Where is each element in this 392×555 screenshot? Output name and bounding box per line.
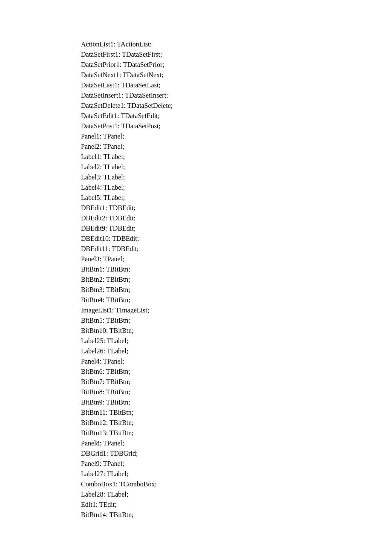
code-line: BitBtn13: TBitBtn; [81, 428, 311, 438]
code-line: BitBtn11: TBitBtn; [81, 408, 311, 418]
code-line: DataSetDelete1: TDataSetDelete; [81, 101, 311, 111]
code-line: BitBtn9: TBitBtn; [81, 397, 311, 408]
code-line: DataSetPost1: TDataSetPost; [81, 121, 311, 131]
code-line: DBEdit11: TDBEdit; [81, 244, 311, 254]
code-line: DataSetPrior1: TDataSetPrior; [81, 60, 311, 70]
code-line: Label2: TLabel; [81, 162, 311, 172]
code-line: Panel8: TPanel; [81, 438, 311, 448]
code-line: Label26: TLabel; [81, 346, 311, 356]
code-line: BitBtn1: TBitBtn; [81, 264, 311, 275]
code-line: Panel3: TPanel; [81, 254, 311, 264]
code-line: BitBtn12: TBitBtn; [81, 418, 311, 428]
code-line: Label1: TLabel; [81, 152, 311, 162]
code-line: BitBtn5: TBitBtn; [81, 315, 311, 326]
code-line: Label3: TLabel; [81, 172, 311, 182]
code-line: Label4: TLabel; [81, 182, 311, 193]
code-line: BitBtn8: TBitBtn; [81, 387, 311, 397]
code-line: DataSetEdit1: TDataSetEdit; [81, 111, 311, 121]
code-line: BitBtn14: TBitBtn; [81, 510, 311, 520]
code-line: DataSetFirst1: TDataSetFirst; [81, 49, 311, 60]
code-line: DBEdit2: TDBEdit; [81, 213, 311, 223]
code-line: Label25: TLabel; [81, 336, 311, 346]
code-line: DBEdit10: TDBEdit; [81, 234, 311, 244]
code-line: Edit1: TEdit; [81, 500, 311, 510]
code-line: BitBtn2: TBitBtn; [81, 275, 311, 285]
code-line: Panel2: TPanel; [81, 142, 311, 152]
code-line: BitBtn7: TBitBtn; [81, 377, 311, 387]
code-line: ActionList1: TActionList; [81, 39, 311, 49]
code-block: ActionList1: TActionList;DataSetFirst1: … [81, 39, 311, 520]
code-line: DataSetNext1: TDataSetNext; [81, 70, 311, 80]
code-line: DBGrid1: TDBGrid; [81, 448, 311, 459]
code-line: BitBtn3: TBitBtn; [81, 285, 311, 295]
code-line: DataSetInsert1: TDataSetInsert; [81, 90, 311, 101]
code-line: BitBtn10: TBitBtn; [81, 326, 311, 336]
code-line: ImageList1: TImageList; [81, 305, 311, 315]
document-page: ActionList1: TActionList;DataSetFirst1: … [0, 0, 392, 555]
code-line: DataSetLast1: TDataSetLast; [81, 80, 311, 90]
code-line: Panel4: TPanel; [81, 356, 311, 367]
code-line: ComboBox1: TComboBox; [81, 479, 311, 489]
code-line: Label28: TLabel; [81, 489, 311, 500]
code-line: Panel1: TPanel; [81, 131, 311, 142]
code-line: DBEdit9: TDBEdit; [81, 223, 311, 234]
code-line: BitBtn4: TBitBtn; [81, 295, 311, 305]
code-line: Label5: TLabel; [81, 193, 311, 203]
code-line: Label27: TLabel; [81, 469, 311, 479]
code-line: DBEdit1: TDBEdit; [81, 203, 311, 213]
code-line: Panel9: TPanel; [81, 459, 311, 469]
code-line: BitBtn6: TBitBtn; [81, 367, 311, 377]
